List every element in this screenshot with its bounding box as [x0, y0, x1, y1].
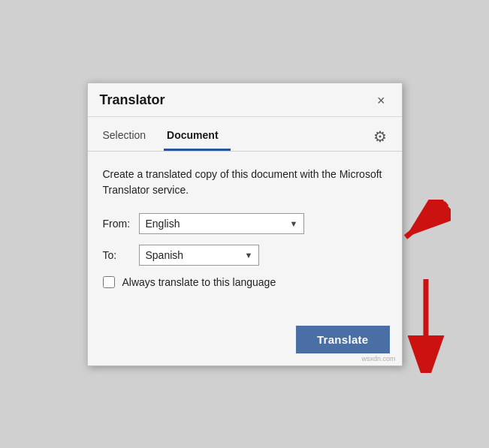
description-text: Create a translated copy of this documen…: [103, 167, 387, 198]
to-select[interactable]: Spanish English French German Japanese A…: [139, 245, 259, 266]
from-select-wrapper: English Auto-Detect French German Spanis…: [139, 213, 304, 234]
from-select[interactable]: English Auto-Detect French German Spanis…: [139, 213, 304, 234]
arrow-translate-icon: [406, 275, 447, 373]
always-translate-row: Always translate to this language: [103, 276, 387, 288]
close-button[interactable]: ×: [373, 92, 390, 109]
to-label: To:: [103, 249, 131, 261]
translator-dialog: Translator × Selection Document ⚙ Create…: [87, 83, 403, 366]
settings-button[interactable]: ⚙: [370, 125, 390, 149]
to-field-row: To: Spanish English French German Japane…: [103, 245, 387, 266]
always-translate-label: Always translate to this language: [122, 276, 276, 288]
arrow-from-icon: [391, 200, 451, 248]
tab-document[interactable]: Document: [164, 123, 230, 151]
dialog-body: Create a translated copy of this documen…: [88, 152, 402, 318]
from-label: From:: [103, 218, 131, 230]
svg-line-1: [406, 203, 447, 237]
dialog-footer: Translate: [88, 318, 402, 365]
watermark-text: wsxdn.com: [361, 355, 395, 362]
dialog-title: Translator: [100, 92, 165, 108]
to-select-wrapper: Spanish English French German Japanese A…: [139, 245, 259, 266]
tabs: Selection Document: [100, 123, 237, 151]
translate-button[interactable]: Translate: [296, 326, 390, 353]
titlebar: Translator ×: [88, 83, 402, 117]
tab-selection[interactable]: Selection: [100, 123, 158, 151]
always-translate-checkbox[interactable]: [103, 276, 115, 288]
tabs-row: Selection Document ⚙: [88, 117, 402, 151]
from-field-row: From: English Auto-Detect French German …: [103, 213, 387, 234]
